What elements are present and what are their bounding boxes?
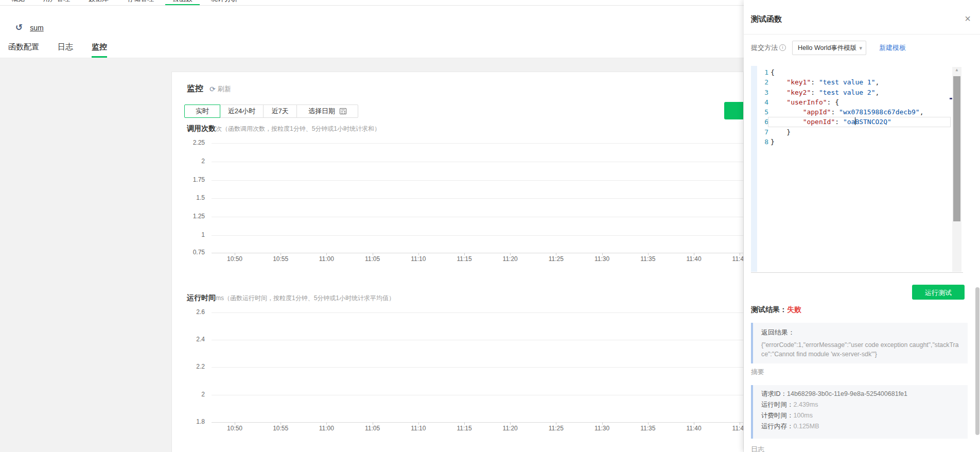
back-icon[interactable]: ↺: [15, 23, 23, 32]
gridline: [212, 198, 743, 199]
x-axis-label: 11:15: [449, 255, 480, 263]
close-icon[interactable]: ×: [965, 13, 971, 24]
summary-row-label: 运行时间：: [761, 401, 794, 408]
x-axis-label: 11:10: [403, 425, 434, 432]
top-nav-item[interactable]: 数据库: [81, 0, 116, 6]
x-axis-label: 10:55: [265, 425, 296, 432]
editor-scrollbar[interactable]: ▲: [952, 67, 961, 272]
code-token: {: [835, 98, 839, 106]
x-axis-label: 11:00: [311, 425, 342, 432]
editor-lines: 1{2 "key1": "test value 1",3 "key2": "te…: [751, 67, 963, 147]
y-axis-label: 1.5: [173, 194, 205, 201]
code-token: [771, 89, 786, 96]
code-token: [771, 128, 786, 136]
top-nav-item[interactable]: 概览: [4, 0, 32, 6]
tab-active[interactable]: 监控: [92, 39, 107, 58]
code-token: "openId": [803, 118, 835, 126]
editor-line[interactable]: 6 "openId": "oaBSTNCO2Q": [751, 117, 963, 127]
chart-title: 运行时间: [187, 293, 216, 302]
editor-line[interactable]: 3 "key2": "test value 2",: [751, 88, 963, 97]
tab-item[interactable]: 函数配置: [8, 39, 39, 58]
charts-area: 调用次数次（函数调用次数，按粒度1分钟、5分钟或1小时统计求和）2.2521.7…: [172, 72, 743, 452]
chart-unit-description: ms（函数运行时间，按粒度1分钟、5分钟或1小时统计求平均值）: [216, 294, 395, 302]
x-axis-label: 11:40: [678, 425, 709, 432]
y-axis-label: 2.4: [173, 336, 205, 343]
code-token: :: [811, 78, 819, 86]
x-axis-label: 11:45: [724, 425, 744, 432]
y-axis-label: 2: [173, 391, 205, 398]
summary-row-label: 计费时间：: [761, 412, 794, 419]
summary-row-value: 0.125MB: [794, 423, 819, 430]
code-token: :: [827, 98, 835, 106]
x-axis-label: 11:35: [633, 255, 663, 263]
editor-line[interactable]: 8}: [751, 137, 963, 147]
time-filter-1[interactable]: 实时: [184, 105, 220, 118]
summary-row: 请求ID：14b68298-3b0c-11e9-9e8a-525400681fe…: [761, 389, 959, 399]
code-token: ,: [876, 78, 880, 86]
editor-line[interactable]: 5 "appId": "wx07815988c67decb9",: [751, 107, 963, 117]
x-axis-label: 11:00: [311, 255, 342, 263]
top-nav-item[interactable]: 存储管理: [120, 0, 161, 6]
info-icon[interactable]: i: [779, 44, 786, 51]
function-name-link[interactable]: sum: [30, 24, 43, 32]
function-tabs: 函数配置日志监控: [8, 39, 107, 58]
x-axis-label: 11:25: [540, 255, 571, 263]
y-axis-label: 2: [173, 158, 205, 165]
gridline: [212, 395, 743, 395]
code-token: }: [786, 128, 791, 136]
top-nav-item[interactable]: 统计分析: [204, 0, 245, 6]
editor-scrollbar-thumb[interactable]: [953, 76, 960, 221]
new-template-link[interactable]: 新建模板: [879, 40, 906, 56]
y-axis-label: 1.8: [173, 418, 205, 425]
x-axis-label: 11:05: [357, 425, 388, 432]
gridline: [212, 235, 743, 236]
tab-item[interactable]: 日志: [58, 39, 73, 58]
top-nav-item[interactable]: 用户管理: [36, 0, 77, 6]
panel-scrollbar-thumb[interactable]: [975, 287, 979, 435]
chart-title-row: 运行时间ms（函数运行时间，按粒度1分钟、5分钟或1小时统计求平均值）: [187, 293, 395, 303]
line-number: 6: [757, 117, 768, 127]
y-axis-label: 2.2: [173, 363, 205, 370]
summary-row-label: 运行内存：: [761, 423, 794, 430]
editor-line[interactable]: 4 "userInfo": {: [751, 97, 963, 107]
editor-line[interactable]: 7 }: [751, 127, 963, 137]
code-token: [771, 98, 786, 106]
x-axis-label: 11:20: [495, 255, 526, 263]
code-token: "wx07815988c67decb9": [839, 108, 920, 116]
summary-row: 计费时间：100ms: [761, 410, 959, 421]
template-select-value: Hello World事件模版: [798, 41, 856, 55]
chart-unit-description: 次（函数调用次数，按粒度1分钟、5分钟或1小时统计求和）: [216, 125, 380, 132]
x-axis-label: 11:20: [495, 425, 526, 432]
run-test-button[interactable]: 运行测试: [912, 285, 965, 300]
gridline: [212, 312, 743, 313]
y-axis-label: 1.75: [173, 176, 205, 183]
template-select[interactable]: Hello World事件模版 ▾: [792, 41, 866, 55]
submit-method-row: 提交方法 i Hello World事件模版 ▾ 新建模板: [751, 40, 972, 56]
gridline: [212, 180, 743, 181]
x-axis-label: 11:15: [449, 425, 480, 432]
code-editor[interactable]: 1{2 "key1": "test value 1",3 "key2": "te…: [751, 66, 963, 275]
top-nav-item[interactable]: 云函数: [165, 0, 200, 6]
gridline: [212, 143, 743, 144]
summary-row-value: 2.439ms: [794, 401, 818, 408]
gridline: [212, 367, 743, 368]
test-result-row: 测试结果：失败: [751, 305, 801, 315]
line-number: 5: [757, 107, 768, 117]
code-token: ,: [920, 108, 924, 116]
code-token: ,: [876, 89, 880, 96]
gridline: [212, 162, 743, 162]
y-axis-label: 1.25: [173, 213, 205, 220]
editor-line[interactable]: 2 "key1": "test value 1",: [751, 77, 963, 87]
line-number: 3: [757, 88, 768, 97]
editor-line[interactable]: 1{: [751, 67, 963, 77]
panel-title: 测试函数: [751, 14, 782, 24]
scroll-up-arrow-icon[interactable]: ▲: [952, 67, 961, 72]
return-result-value: {"errorCode":1,"errorMessage":"user code…: [761, 340, 959, 359]
summary-row-value: 14b68298-3b0c-11e9-9e8a-525400681fe1: [787, 390, 907, 397]
editor-bottom-divider: [751, 272, 963, 273]
x-axis-label: 11:10: [403, 255, 434, 263]
x-axis-label: 11:25: [540, 425, 571, 432]
text-cursor: [855, 117, 856, 125]
code-token: [771, 78, 786, 86]
monitor-card: 监控 ⟳ 刷新 实时近24小时近7天选择日期 调用次数次（函数调用次数，按粒度1…: [171, 72, 744, 452]
